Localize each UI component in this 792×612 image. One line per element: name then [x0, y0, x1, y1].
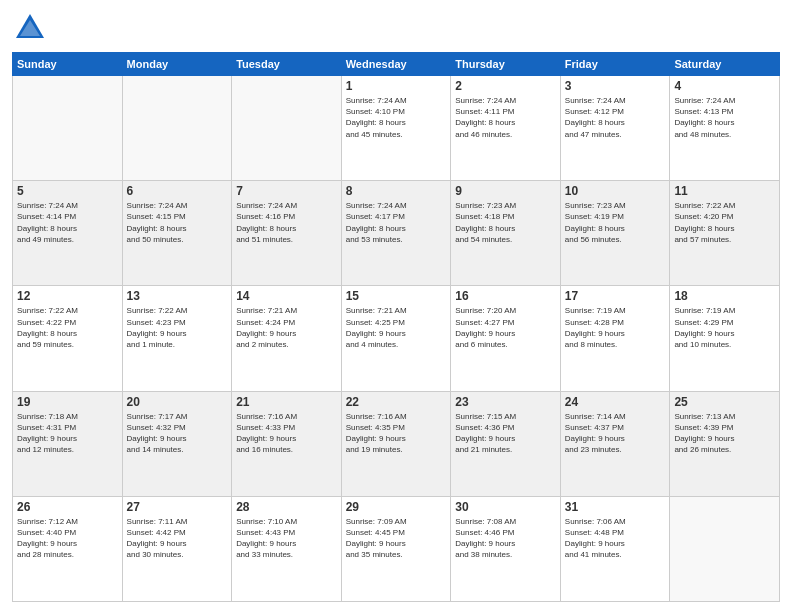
day-info: Sunrise: 7:16 AMSunset: 4:33 PMDaylight:…	[236, 411, 337, 456]
day-number: 19	[17, 395, 118, 409]
day-info: Sunrise: 7:13 AMSunset: 4:39 PMDaylight:…	[674, 411, 775, 456]
day-info: Sunrise: 7:18 AMSunset: 4:31 PMDaylight:…	[17, 411, 118, 456]
day-number: 12	[17, 289, 118, 303]
calendar-cell: 19Sunrise: 7:18 AMSunset: 4:31 PMDayligh…	[13, 391, 123, 496]
day-info: Sunrise: 7:19 AMSunset: 4:28 PMDaylight:…	[565, 305, 666, 350]
weekday-header-cell: Saturday	[670, 53, 780, 76]
weekday-header-row: SundayMondayTuesdayWednesdayThursdayFrid…	[13, 53, 780, 76]
day-number: 5	[17, 184, 118, 198]
day-info: Sunrise: 7:24 AMSunset: 4:10 PMDaylight:…	[346, 95, 447, 140]
day-number: 29	[346, 500, 447, 514]
day-number: 31	[565, 500, 666, 514]
day-number: 14	[236, 289, 337, 303]
day-info: Sunrise: 7:12 AMSunset: 4:40 PMDaylight:…	[17, 516, 118, 561]
calendar-cell: 5Sunrise: 7:24 AMSunset: 4:14 PMDaylight…	[13, 181, 123, 286]
day-info: Sunrise: 7:24 AMSunset: 4:16 PMDaylight:…	[236, 200, 337, 245]
day-number: 1	[346, 79, 447, 93]
calendar-cell: 7Sunrise: 7:24 AMSunset: 4:16 PMDaylight…	[232, 181, 342, 286]
weekday-header-cell: Thursday	[451, 53, 561, 76]
calendar-cell: 31Sunrise: 7:06 AMSunset: 4:48 PMDayligh…	[560, 496, 670, 601]
day-number: 11	[674, 184, 775, 198]
calendar-week-row: 5Sunrise: 7:24 AMSunset: 4:14 PMDaylight…	[13, 181, 780, 286]
calendar-cell	[13, 76, 123, 181]
day-number: 26	[17, 500, 118, 514]
calendar-cell: 6Sunrise: 7:24 AMSunset: 4:15 PMDaylight…	[122, 181, 232, 286]
calendar-cell: 15Sunrise: 7:21 AMSunset: 4:25 PMDayligh…	[341, 286, 451, 391]
weekday-header-cell: Tuesday	[232, 53, 342, 76]
calendar-cell: 1Sunrise: 7:24 AMSunset: 4:10 PMDaylight…	[341, 76, 451, 181]
calendar-cell: 24Sunrise: 7:14 AMSunset: 4:37 PMDayligh…	[560, 391, 670, 496]
day-info: Sunrise: 7:14 AMSunset: 4:37 PMDaylight:…	[565, 411, 666, 456]
day-number: 23	[455, 395, 556, 409]
calendar-week-row: 12Sunrise: 7:22 AMSunset: 4:22 PMDayligh…	[13, 286, 780, 391]
day-info: Sunrise: 7:11 AMSunset: 4:42 PMDaylight:…	[127, 516, 228, 561]
day-number: 10	[565, 184, 666, 198]
day-number: 25	[674, 395, 775, 409]
day-info: Sunrise: 7:22 AMSunset: 4:20 PMDaylight:…	[674, 200, 775, 245]
weekday-header-cell: Monday	[122, 53, 232, 76]
logo	[12, 10, 52, 46]
calendar-cell: 18Sunrise: 7:19 AMSunset: 4:29 PMDayligh…	[670, 286, 780, 391]
day-number: 22	[346, 395, 447, 409]
calendar-cell	[122, 76, 232, 181]
day-info: Sunrise: 7:06 AMSunset: 4:48 PMDaylight:…	[565, 516, 666, 561]
weekday-header-cell: Wednesday	[341, 53, 451, 76]
day-info: Sunrise: 7:23 AMSunset: 4:19 PMDaylight:…	[565, 200, 666, 245]
day-info: Sunrise: 7:24 AMSunset: 4:14 PMDaylight:…	[17, 200, 118, 245]
calendar-cell: 17Sunrise: 7:19 AMSunset: 4:28 PMDayligh…	[560, 286, 670, 391]
day-number: 6	[127, 184, 228, 198]
day-info: Sunrise: 7:19 AMSunset: 4:29 PMDaylight:…	[674, 305, 775, 350]
day-number: 30	[455, 500, 556, 514]
calendar-cell: 4Sunrise: 7:24 AMSunset: 4:13 PMDaylight…	[670, 76, 780, 181]
day-number: 8	[346, 184, 447, 198]
logo-icon	[12, 10, 48, 46]
day-number: 3	[565, 79, 666, 93]
day-info: Sunrise: 7:23 AMSunset: 4:18 PMDaylight:…	[455, 200, 556, 245]
day-number: 21	[236, 395, 337, 409]
day-info: Sunrise: 7:10 AMSunset: 4:43 PMDaylight:…	[236, 516, 337, 561]
day-number: 2	[455, 79, 556, 93]
day-info: Sunrise: 7:15 AMSunset: 4:36 PMDaylight:…	[455, 411, 556, 456]
calendar-cell: 25Sunrise: 7:13 AMSunset: 4:39 PMDayligh…	[670, 391, 780, 496]
weekday-header-cell: Friday	[560, 53, 670, 76]
calendar-week-row: 19Sunrise: 7:18 AMSunset: 4:31 PMDayligh…	[13, 391, 780, 496]
day-number: 17	[565, 289, 666, 303]
calendar-cell: 27Sunrise: 7:11 AMSunset: 4:42 PMDayligh…	[122, 496, 232, 601]
calendar-week-row: 26Sunrise: 7:12 AMSunset: 4:40 PMDayligh…	[13, 496, 780, 601]
calendar-cell: 14Sunrise: 7:21 AMSunset: 4:24 PMDayligh…	[232, 286, 342, 391]
day-number: 15	[346, 289, 447, 303]
day-info: Sunrise: 7:24 AMSunset: 4:15 PMDaylight:…	[127, 200, 228, 245]
calendar-cell: 20Sunrise: 7:17 AMSunset: 4:32 PMDayligh…	[122, 391, 232, 496]
day-info: Sunrise: 7:24 AMSunset: 4:13 PMDaylight:…	[674, 95, 775, 140]
day-info: Sunrise: 7:22 AMSunset: 4:23 PMDaylight:…	[127, 305, 228, 350]
calendar-cell: 9Sunrise: 7:23 AMSunset: 4:18 PMDaylight…	[451, 181, 561, 286]
calendar-cell: 26Sunrise: 7:12 AMSunset: 4:40 PMDayligh…	[13, 496, 123, 601]
day-number: 4	[674, 79, 775, 93]
calendar-cell: 8Sunrise: 7:24 AMSunset: 4:17 PMDaylight…	[341, 181, 451, 286]
day-info: Sunrise: 7:24 AMSunset: 4:17 PMDaylight:…	[346, 200, 447, 245]
day-info: Sunrise: 7:17 AMSunset: 4:32 PMDaylight:…	[127, 411, 228, 456]
calendar-cell: 30Sunrise: 7:08 AMSunset: 4:46 PMDayligh…	[451, 496, 561, 601]
calendar-cell: 16Sunrise: 7:20 AMSunset: 4:27 PMDayligh…	[451, 286, 561, 391]
day-number: 28	[236, 500, 337, 514]
day-info: Sunrise: 7:21 AMSunset: 4:25 PMDaylight:…	[346, 305, 447, 350]
calendar-table: SundayMondayTuesdayWednesdayThursdayFrid…	[12, 52, 780, 602]
calendar-cell: 13Sunrise: 7:22 AMSunset: 4:23 PMDayligh…	[122, 286, 232, 391]
day-info: Sunrise: 7:20 AMSunset: 4:27 PMDaylight:…	[455, 305, 556, 350]
day-number: 13	[127, 289, 228, 303]
day-number: 24	[565, 395, 666, 409]
calendar-body: 1Sunrise: 7:24 AMSunset: 4:10 PMDaylight…	[13, 76, 780, 602]
day-info: Sunrise: 7:16 AMSunset: 4:35 PMDaylight:…	[346, 411, 447, 456]
weekday-header-cell: Sunday	[13, 53, 123, 76]
page: SundayMondayTuesdayWednesdayThursdayFrid…	[0, 0, 792, 612]
calendar-week-row: 1Sunrise: 7:24 AMSunset: 4:10 PMDaylight…	[13, 76, 780, 181]
calendar-cell: 11Sunrise: 7:22 AMSunset: 4:20 PMDayligh…	[670, 181, 780, 286]
day-info: Sunrise: 7:09 AMSunset: 4:45 PMDaylight:…	[346, 516, 447, 561]
calendar-cell: 29Sunrise: 7:09 AMSunset: 4:45 PMDayligh…	[341, 496, 451, 601]
day-number: 20	[127, 395, 228, 409]
day-number: 16	[455, 289, 556, 303]
calendar-cell: 23Sunrise: 7:15 AMSunset: 4:36 PMDayligh…	[451, 391, 561, 496]
day-info: Sunrise: 7:21 AMSunset: 4:24 PMDaylight:…	[236, 305, 337, 350]
day-info: Sunrise: 7:08 AMSunset: 4:46 PMDaylight:…	[455, 516, 556, 561]
calendar-cell: 3Sunrise: 7:24 AMSunset: 4:12 PMDaylight…	[560, 76, 670, 181]
